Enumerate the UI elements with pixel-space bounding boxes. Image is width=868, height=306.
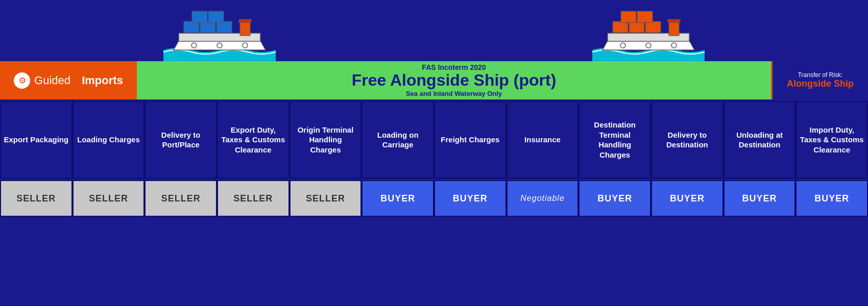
resp-cell-origin-terminal: SELLER xyxy=(290,180,362,217)
col-header-destination-terminal: Destination Terminal Handling Charges xyxy=(578,101,651,178)
resp-cell-unloading-destination: BUYER xyxy=(724,180,796,217)
svg-rect-4 xyxy=(192,11,207,22)
col-header-import-duty: Import Duty, Taxes & Customs Clearance xyxy=(795,101,868,178)
svg-rect-18 xyxy=(668,19,680,22)
resp-cell-loading-on-carriage: BUYER xyxy=(361,180,434,217)
center-section: FAS Incoterm 2020 Free Alongside Ship (p… xyxy=(137,61,771,99)
resp-cell-destination-terminal: BUYER xyxy=(578,180,651,217)
resp-cell-delivery-destination: BUYER xyxy=(651,180,724,217)
col-header-delivery-port: Delivery to Port/Place xyxy=(144,101,217,178)
logo-plain: Guided xyxy=(34,74,70,87)
svg-rect-5 xyxy=(208,11,224,22)
guided-imports-icon: ⊙ xyxy=(14,72,30,89)
col-header-unloading-destination: Unloading at Destination xyxy=(724,101,796,178)
svg-point-10 xyxy=(243,43,248,48)
svg-rect-13 xyxy=(629,21,644,33)
incoterm-label: FAS Incoterm 2020 xyxy=(422,63,486,71)
ships-row xyxy=(0,0,868,61)
svg-rect-1 xyxy=(184,21,199,33)
logo-bold: Imports xyxy=(82,74,123,87)
svg-rect-14 xyxy=(645,21,661,33)
left-ship xyxy=(163,5,276,61)
risk-value: Alongside Ship xyxy=(787,79,854,90)
resp-cell-freight-charges: BUYER xyxy=(434,180,507,217)
col-header-loading-charges: Loading Charges xyxy=(73,101,145,178)
risk-label: Transfer of Risk: xyxy=(798,71,843,79)
svg-point-21 xyxy=(671,43,677,48)
col-header-delivery-destination: Delivery to Destination xyxy=(651,101,724,178)
resp-cell-export-duty: SELLER xyxy=(217,180,290,217)
responsibility-row: SELLERSELLERSELLERSELLERSELLERBUYERBUYER… xyxy=(0,178,868,217)
svg-point-9 xyxy=(217,43,222,48)
incoterm-subtitle: Sea and Inland Waterway Only xyxy=(406,90,502,97)
col-header-loading-on-carriage: Loading on Carriage xyxy=(361,101,434,178)
resp-cell-loading-charges: SELLER xyxy=(73,180,145,217)
svg-rect-12 xyxy=(613,21,628,33)
svg-rect-16 xyxy=(637,11,653,22)
resp-cell-delivery-port: SELLER xyxy=(144,180,217,217)
svg-rect-2 xyxy=(200,21,215,33)
svg-point-19 xyxy=(620,43,625,48)
logo-section: ⊙ Guided Imports xyxy=(0,61,137,99)
column-headers: Export PackagingLoading ChargesDelivery … xyxy=(0,99,868,178)
logo-text: ⊙ Guided Imports xyxy=(14,72,123,89)
incoterm-title: Free Alongside Ship (port) xyxy=(352,71,557,89)
header-bar: ⊙ Guided Imports FAS Incoterm 2020 Free … xyxy=(0,61,868,99)
right-ship xyxy=(592,5,705,61)
col-header-export-duty: Export Duty, Taxes & Customs Clearance xyxy=(217,101,290,178)
resp-cell-export-packaging: SELLER xyxy=(0,180,73,217)
resp-cell-insurance: Negotiable xyxy=(507,180,579,217)
col-header-export-packaging: Export Packaging xyxy=(0,101,73,178)
col-header-insurance: Insurance xyxy=(507,101,579,178)
svg-rect-15 xyxy=(621,11,636,22)
resp-cell-import-duty: BUYER xyxy=(795,180,868,217)
risk-section: Transfer of Risk: Alongside Ship xyxy=(771,61,868,99)
svg-rect-7 xyxy=(239,19,251,22)
svg-point-8 xyxy=(191,43,197,48)
col-header-origin-terminal: Origin Terminal Handling Charges xyxy=(290,101,362,178)
svg-rect-3 xyxy=(216,21,232,33)
svg-point-20 xyxy=(646,43,651,48)
col-header-freight-charges: Freight Charges xyxy=(434,101,507,178)
